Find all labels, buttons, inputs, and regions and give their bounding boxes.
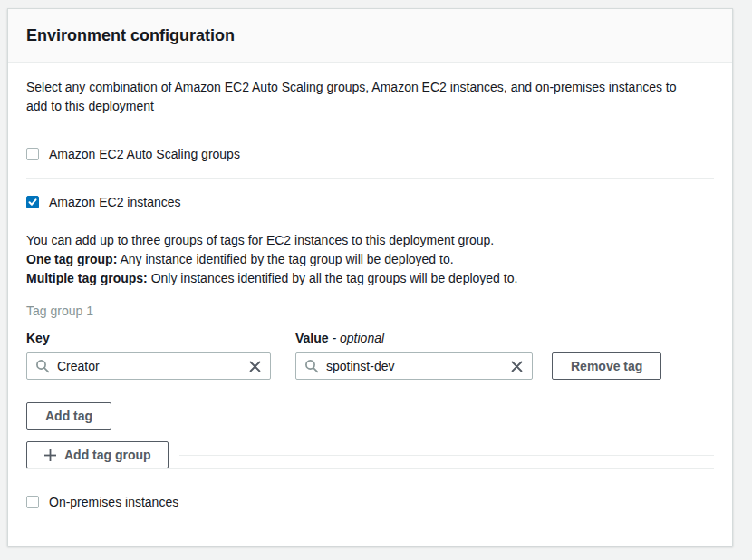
add-tag-group-button[interactable]: Add tag group (26, 441, 169, 468)
value-input[interactable] (326, 359, 503, 373)
value-clear-button[interactable] (510, 360, 524, 373)
auto-scaling-groups-label: Amazon EC2 Auto Scaling groups (49, 147, 240, 161)
tag-fields-row: Key Value - optional (26, 331, 714, 380)
panel-title: Environment configuration (26, 24, 714, 46)
key-clear-button[interactable] (248, 360, 262, 373)
checkmark-icon (28, 198, 37, 207)
on-premises-checkbox[interactable] (26, 496, 39, 508)
panel-header: Environment configuration (8, 9, 732, 63)
help-line-2-text: Any instance identified by the tag group… (120, 252, 453, 266)
value-search-box (295, 352, 533, 380)
clear-x-icon (510, 360, 524, 373)
tag-group-title: Tag group 1 (26, 304, 714, 318)
environment-configuration-panel: Environment configuration Select any com… (7, 8, 733, 546)
help-line-3-label: Multiple tag groups: (26, 271, 148, 285)
key-field: Key (26, 331, 271, 380)
help-line-2-label: One tag group: (26, 252, 117, 266)
checkbox-row-on-premises[interactable]: On-premises instances (26, 469, 714, 526)
plus-icon (43, 449, 57, 462)
add-tag-group-row: Add tag group (26, 441, 714, 468)
search-icon (35, 359, 50, 373)
value-label: Value - optional (295, 331, 533, 345)
divider (26, 526, 714, 526)
ec2-instances-checkbox[interactable] (26, 196, 39, 208)
help-line-1: You can add up to three groups of tags f… (26, 231, 714, 250)
key-input[interactable] (57, 359, 241, 373)
intro-text: Select any combination of Amazon EC2 Aut… (26, 78, 688, 116)
checkbox-row-ec2-instances[interactable]: Amazon EC2 instances (26, 179, 714, 209)
panel-body: Select any combination of Amazon EC2 Aut… (8, 78, 732, 526)
help-line-3-text: Only instances identified by all the tag… (151, 271, 518, 285)
key-search-box (26, 352, 271, 380)
checkbox-row-auto-scaling-groups[interactable]: Amazon EC2 Auto Scaling groups (26, 130, 714, 178)
inline-divider (179, 455, 714, 456)
help-line-2: One tag group: Any instance identified b… (26, 250, 714, 269)
add-tag-button[interactable]: Add tag (26, 402, 111, 430)
ec2-tags-help-text: You can add up to three groups of tags f… (26, 231, 714, 288)
help-line-3: Multiple tag groups: Only instances iden… (26, 269, 714, 288)
clear-x-icon (248, 360, 262, 373)
optional-label: - optional (332, 331, 384, 345)
value-field: Value - optional (295, 331, 533, 380)
page: { "colors": { "page_bg": "#f2f3f3", "car… (0, 0, 752, 560)
remove-tag-button[interactable]: Remove tag (552, 352, 661, 380)
auto-scaling-groups-checkbox[interactable] (26, 148, 39, 160)
on-premises-label: On-premises instances (49, 495, 178, 509)
search-icon (304, 359, 319, 373)
key-label: Key (26, 331, 271, 345)
add-tag-group-label: Add tag group (64, 448, 151, 462)
ec2-instances-label: Amazon EC2 instances (49, 195, 181, 209)
value-label-text: Value (295, 331, 329, 345)
